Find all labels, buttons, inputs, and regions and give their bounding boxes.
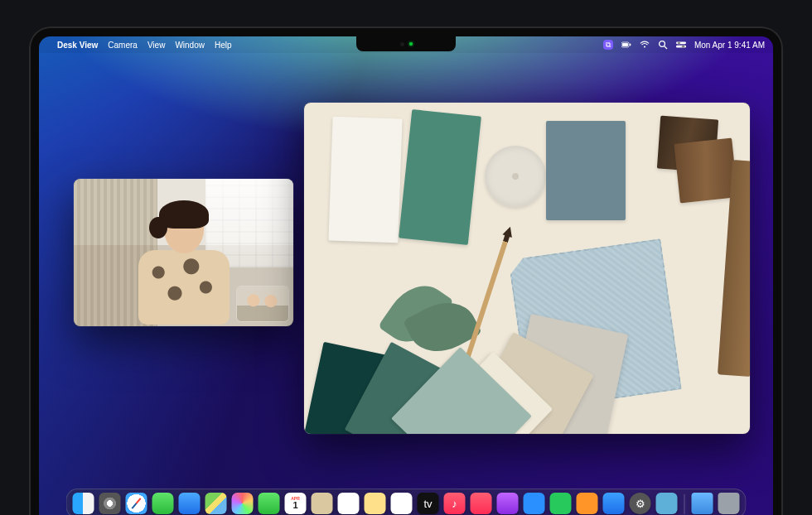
dock-podcasts-icon[interactable] xyxy=(497,493,519,514)
menu-window[interactable]: Window xyxy=(175,41,205,50)
battery-icon[interactable] xyxy=(621,40,631,50)
dock-separator xyxy=(684,494,685,514)
dock-notes-icon[interactable] xyxy=(365,493,386,514)
facetime-window[interactable] xyxy=(74,179,293,326)
screen-share-indicator-icon[interactable]: ⧉ xyxy=(603,40,613,50)
calendar-day: 1 xyxy=(292,501,297,510)
dock-tv-icon[interactable]: tv xyxy=(418,493,439,514)
facetime-participant-tile[interactable] xyxy=(237,286,288,321)
dock-finder-icon[interactable] xyxy=(73,493,94,514)
dock-photos-icon[interactable] xyxy=(232,493,254,514)
desk-view-window[interactable] xyxy=(304,103,750,434)
dock-freeform-icon[interactable] xyxy=(391,493,413,514)
dock-reminders-icon[interactable] xyxy=(338,493,360,514)
display-notch xyxy=(356,36,456,51)
dock-mail-icon[interactable] xyxy=(179,493,201,514)
svg-point-8 xyxy=(678,41,680,44)
facetime-self-view xyxy=(134,205,234,326)
dock-calendar-icon[interactable]: APR 1 xyxy=(285,493,307,514)
dock-appstore-icon[interactable] xyxy=(603,493,625,514)
svg-rect-2 xyxy=(630,44,631,46)
menu-view[interactable]: View xyxy=(147,41,166,50)
menu-bar-clock[interactable]: Mon Apr 1 9:41 AM xyxy=(694,41,765,50)
svg-point-3 xyxy=(644,46,645,48)
dock-news-icon[interactable] xyxy=(471,493,492,514)
laptop-frame: Desk View Camera View Window Help ⧉ xyxy=(29,26,783,515)
dock-numbers-icon[interactable] xyxy=(550,493,572,514)
dock-trash-icon[interactable] xyxy=(718,493,740,514)
svg-line-5 xyxy=(665,46,667,49)
dock-contacts-icon[interactable] xyxy=(312,493,333,514)
svg-point-9 xyxy=(682,45,684,47)
dock: APR 1 tv ♪ ⚙ xyxy=(66,489,747,515)
dock-safari-icon[interactable] xyxy=(126,493,147,514)
desktop[interactable]: Desk View Camera View Window Help ⧉ xyxy=(39,36,773,515)
svg-point-4 xyxy=(660,41,665,47)
menu-help[interactable]: Help xyxy=(215,41,232,50)
dock-music-icon[interactable]: ♪ xyxy=(444,493,466,514)
wifi-icon[interactable] xyxy=(640,40,650,50)
dock-settings-icon[interactable]: ⚙ xyxy=(630,493,651,514)
dock-pages-icon[interactable] xyxy=(577,493,598,514)
spotlight-icon[interactable] xyxy=(658,40,668,50)
dock-downloads-icon[interactable] xyxy=(692,493,713,514)
dock-facetime-icon[interactable] xyxy=(259,493,280,514)
dock-maps-icon[interactable] xyxy=(205,493,227,514)
control-center-icon[interactable] xyxy=(676,40,686,50)
app-menu[interactable]: Desk View xyxy=(57,41,98,50)
dock-messages-icon[interactable] xyxy=(152,493,174,514)
dock-launchpad-icon[interactable] xyxy=(99,493,121,514)
desk-view-video xyxy=(304,103,750,434)
dock-deskview-icon[interactable] xyxy=(656,493,678,514)
facetime-video-main xyxy=(74,179,293,326)
menu-camera[interactable]: Camera xyxy=(108,41,138,50)
svg-rect-1 xyxy=(622,43,628,46)
dock-keynote-icon[interactable] xyxy=(524,493,545,514)
